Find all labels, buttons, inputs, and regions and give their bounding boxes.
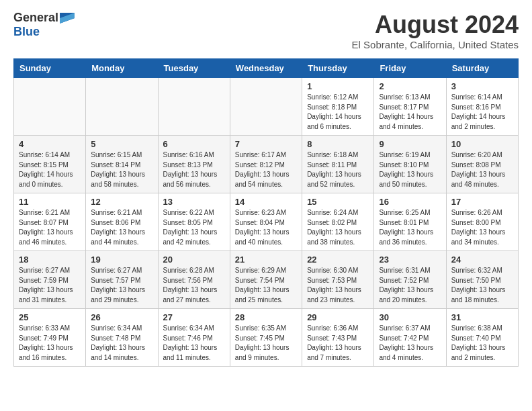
day-info: Sunrise: 6:14 AM Sunset: 8:16 PM Dayligh… bbox=[451, 93, 513, 132]
calendar-cell bbox=[86, 78, 158, 136]
day-number: 27 bbox=[163, 312, 225, 322]
calendar-cell: 11Sunrise: 6:21 AM Sunset: 8:07 PM Dayli… bbox=[14, 193, 86, 251]
calendar-cell: 23Sunrise: 6:31 AM Sunset: 7:52 PM Dayli… bbox=[374, 251, 446, 309]
day-number: 18 bbox=[19, 255, 81, 265]
day-number: 25 bbox=[19, 312, 81, 322]
calendar-cell bbox=[14, 78, 86, 136]
day-info: Sunrise: 6:17 AM Sunset: 8:12 PM Dayligh… bbox=[235, 150, 297, 189]
logo-general-text: General bbox=[13, 11, 58, 25]
day-info: Sunrise: 6:33 AM Sunset: 7:49 PM Dayligh… bbox=[19, 324, 81, 363]
calendar-cell: 5Sunrise: 6:15 AM Sunset: 8:14 PM Daylig… bbox=[86, 136, 158, 193]
day-number: 28 bbox=[235, 312, 297, 322]
calendar-cell: 10Sunrise: 6:20 AM Sunset: 8:08 PM Dayli… bbox=[446, 136, 518, 193]
calendar-week-row: 1Sunrise: 6:12 AM Sunset: 8:18 PM Daylig… bbox=[14, 78, 519, 136]
calendar-cell: 17Sunrise: 6:26 AM Sunset: 8:00 PM Dayli… bbox=[446, 193, 518, 251]
calendar-cell: 31Sunrise: 6:38 AM Sunset: 7:40 PM Dayli… bbox=[446, 309, 518, 367]
calendar-cell: 2Sunrise: 6:13 AM Sunset: 8:17 PM Daylig… bbox=[374, 78, 446, 136]
calendar-cell: 7Sunrise: 6:17 AM Sunset: 8:12 PM Daylig… bbox=[230, 136, 302, 193]
day-info: Sunrise: 6:36 AM Sunset: 7:43 PM Dayligh… bbox=[307, 324, 369, 363]
day-number: 6 bbox=[163, 139, 225, 149]
calendar-week-row: 4Sunrise: 6:14 AM Sunset: 8:15 PM Daylig… bbox=[14, 136, 519, 193]
day-info: Sunrise: 6:22 AM Sunset: 8:05 PM Dayligh… bbox=[163, 208, 225, 247]
calendar-subtitle: El Sobrante, California, United States bbox=[352, 39, 519, 50]
day-number: 13 bbox=[163, 197, 225, 207]
logo-flag-icon bbox=[60, 13, 75, 24]
day-number: 12 bbox=[91, 197, 152, 207]
header-thursday: Thursday bbox=[302, 59, 374, 78]
calendar-table: Sunday Monday Tuesday Wednesday Thursday… bbox=[13, 58, 519, 367]
calendar-cell: 19Sunrise: 6:27 AM Sunset: 7:57 PM Dayli… bbox=[86, 251, 158, 309]
day-number: 20 bbox=[163, 255, 225, 265]
calendar-cell: 27Sunrise: 6:34 AM Sunset: 7:46 PM Dayli… bbox=[158, 309, 230, 367]
calendar-cell: 29Sunrise: 6:36 AM Sunset: 7:43 PM Dayli… bbox=[302, 309, 374, 367]
day-number: 2 bbox=[379, 81, 441, 91]
day-info: Sunrise: 6:15 AM Sunset: 8:14 PM Dayligh… bbox=[91, 150, 152, 189]
header-sunday: Sunday bbox=[14, 59, 86, 78]
day-number: 9 bbox=[379, 139, 441, 149]
calendar-cell: 15Sunrise: 6:24 AM Sunset: 8:02 PM Dayli… bbox=[302, 193, 374, 251]
day-info: Sunrise: 6:31 AM Sunset: 7:52 PM Dayligh… bbox=[379, 266, 441, 305]
day-number: 11 bbox=[19, 197, 81, 207]
calendar-cell: 26Sunrise: 6:34 AM Sunset: 7:48 PM Dayli… bbox=[86, 309, 158, 367]
calendar-cell: 24Sunrise: 6:32 AM Sunset: 7:50 PM Dayli… bbox=[446, 251, 518, 309]
day-info: Sunrise: 6:19 AM Sunset: 8:10 PM Dayligh… bbox=[379, 150, 441, 189]
day-number: 10 bbox=[451, 139, 513, 149]
day-number: 8 bbox=[307, 139, 369, 149]
calendar-cell: 18Sunrise: 6:27 AM Sunset: 7:59 PM Dayli… bbox=[14, 251, 86, 309]
day-info: Sunrise: 6:21 AM Sunset: 8:07 PM Dayligh… bbox=[19, 208, 81, 247]
day-info: Sunrise: 6:24 AM Sunset: 8:02 PM Dayligh… bbox=[307, 208, 369, 247]
calendar-week-row: 11Sunrise: 6:21 AM Sunset: 8:07 PM Dayli… bbox=[14, 193, 519, 251]
day-number: 1 bbox=[307, 81, 369, 91]
header-monday: Monday bbox=[86, 59, 158, 78]
calendar-cell: 25Sunrise: 6:33 AM Sunset: 7:49 PM Dayli… bbox=[14, 309, 86, 367]
calendar-cell: 8Sunrise: 6:18 AM Sunset: 8:11 PM Daylig… bbox=[302, 136, 374, 193]
day-number: 16 bbox=[379, 197, 441, 207]
calendar-cell: 6Sunrise: 6:16 AM Sunset: 8:13 PM Daylig… bbox=[158, 136, 230, 193]
day-info: Sunrise: 6:21 AM Sunset: 8:06 PM Dayligh… bbox=[91, 208, 152, 247]
day-number: 14 bbox=[235, 197, 297, 207]
calendar-cell: 30Sunrise: 6:37 AM Sunset: 7:42 PM Dayli… bbox=[374, 309, 446, 367]
day-info: Sunrise: 6:27 AM Sunset: 7:57 PM Dayligh… bbox=[91, 266, 152, 305]
day-info: Sunrise: 6:12 AM Sunset: 8:18 PM Dayligh… bbox=[307, 93, 369, 132]
calendar-cell bbox=[158, 78, 230, 136]
day-number: 7 bbox=[235, 139, 297, 149]
title-area: August 2024 El Sobrante, California, Uni… bbox=[352, 11, 519, 50]
day-number: 31 bbox=[451, 312, 513, 322]
calendar-title: August 2024 bbox=[352, 11, 519, 39]
calendar-cell: 22Sunrise: 6:30 AM Sunset: 7:53 PM Dayli… bbox=[302, 251, 374, 309]
day-info: Sunrise: 6:18 AM Sunset: 8:11 PM Dayligh… bbox=[307, 150, 369, 189]
calendar-cell: 13Sunrise: 6:22 AM Sunset: 8:05 PM Dayli… bbox=[158, 193, 230, 251]
logo: General Blue bbox=[13, 11, 75, 39]
day-number: 23 bbox=[379, 255, 441, 265]
day-info: Sunrise: 6:34 AM Sunset: 7:46 PM Dayligh… bbox=[163, 324, 225, 363]
day-number: 26 bbox=[91, 312, 152, 322]
calendar-week-row: 25Sunrise: 6:33 AM Sunset: 7:49 PM Dayli… bbox=[14, 309, 519, 367]
day-info: Sunrise: 6:20 AM Sunset: 8:08 PM Dayligh… bbox=[451, 150, 513, 189]
calendar-cell: 16Sunrise: 6:25 AM Sunset: 8:01 PM Dayli… bbox=[374, 193, 446, 251]
day-number: 29 bbox=[307, 312, 369, 322]
day-info: Sunrise: 6:30 AM Sunset: 7:53 PM Dayligh… bbox=[307, 266, 369, 305]
header-tuesday: Tuesday bbox=[158, 59, 230, 78]
calendar-header-row: Sunday Monday Tuesday Wednesday Thursday… bbox=[14, 59, 519, 78]
calendar-cell bbox=[230, 78, 302, 136]
day-info: Sunrise: 6:32 AM Sunset: 7:50 PM Dayligh… bbox=[451, 266, 513, 305]
day-info: Sunrise: 6:26 AM Sunset: 8:00 PM Dayligh… bbox=[451, 208, 513, 247]
day-number: 3 bbox=[451, 81, 513, 91]
header: General Blue August 2024 El Sobrante, Ca… bbox=[13, 11, 519, 50]
day-info: Sunrise: 6:23 AM Sunset: 8:04 PM Dayligh… bbox=[235, 208, 297, 247]
calendar-cell: 4Sunrise: 6:14 AM Sunset: 8:15 PM Daylig… bbox=[14, 136, 86, 193]
calendar-cell: 28Sunrise: 6:35 AM Sunset: 7:45 PM Dayli… bbox=[230, 309, 302, 367]
day-info: Sunrise: 6:16 AM Sunset: 8:13 PM Dayligh… bbox=[163, 150, 225, 189]
calendar-cell: 20Sunrise: 6:28 AM Sunset: 7:56 PM Dayli… bbox=[158, 251, 230, 309]
header-wednesday: Wednesday bbox=[230, 59, 302, 78]
day-info: Sunrise: 6:27 AM Sunset: 7:59 PM Dayligh… bbox=[19, 266, 81, 305]
day-info: Sunrise: 6:34 AM Sunset: 7:48 PM Dayligh… bbox=[91, 324, 152, 363]
header-friday: Friday bbox=[374, 59, 446, 78]
day-info: Sunrise: 6:13 AM Sunset: 8:17 PM Dayligh… bbox=[379, 93, 441, 132]
day-info: Sunrise: 6:14 AM Sunset: 8:15 PM Dayligh… bbox=[19, 150, 81, 189]
day-number: 17 bbox=[451, 197, 513, 207]
calendar-cell: 21Sunrise: 6:29 AM Sunset: 7:54 PM Dayli… bbox=[230, 251, 302, 309]
day-number: 4 bbox=[19, 139, 81, 149]
header-saturday: Saturday bbox=[446, 59, 518, 78]
calendar-week-row: 18Sunrise: 6:27 AM Sunset: 7:59 PM Dayli… bbox=[14, 251, 519, 309]
